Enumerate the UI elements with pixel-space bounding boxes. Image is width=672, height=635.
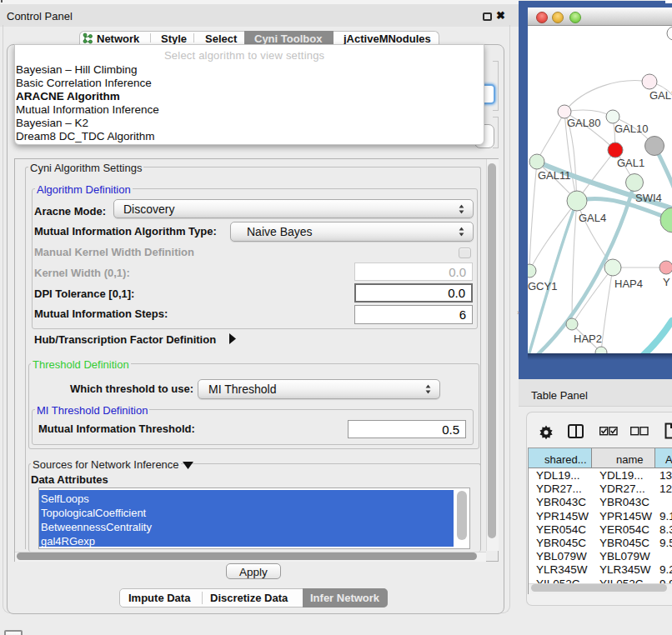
svg-text:HAP2: HAP2: [574, 332, 602, 345]
svg-text:GAL80: GAL80: [567, 117, 600, 129]
svg-text:HAP4: HAP4: [614, 278, 643, 290]
svg-text:Y: Y: [663, 276, 670, 288]
svg-text:GCY1: GCY1: [528, 280, 557, 292]
svg-text:GAL1: GAL1: [617, 157, 644, 169]
svg-text:SWI4: SWI4: [635, 192, 662, 204]
svg-text:GAL4: GAL4: [579, 212, 606, 224]
svg-text:GAL7: GAL7: [649, 89, 672, 102]
svg-text:GAL10: GAL10: [614, 122, 648, 135]
svg-text:GAL11: GAL11: [538, 169, 571, 182]
